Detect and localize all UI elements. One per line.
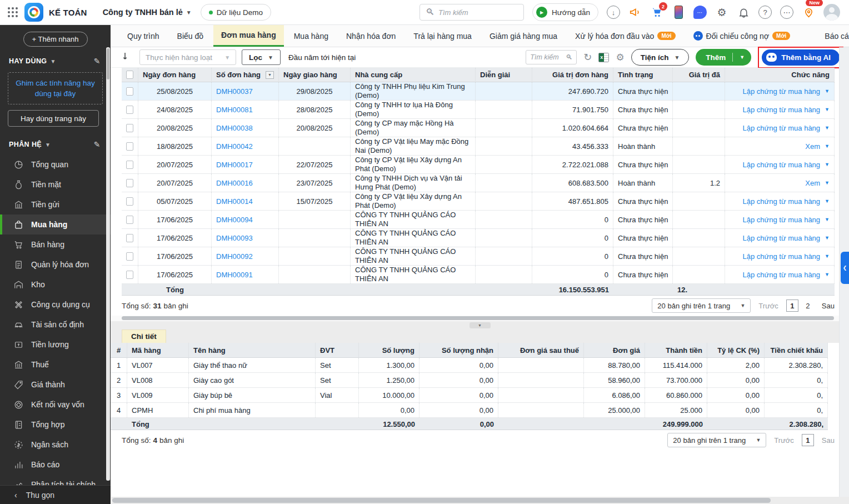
- refresh-icon[interactable]: ↻: [583, 51, 592, 63]
- bottom-horizontal-scrollbar[interactable]: [111, 497, 849, 504]
- chat-icon[interactable]: ⋯: [693, 6, 707, 19]
- column-filter-icon[interactable]: ▼: [266, 71, 274, 79]
- page-size-select[interactable]: 20 bản ghi trên 1 trang ▼: [652, 298, 751, 313]
- tab-detail[interactable]: Chi tiết: [122, 330, 166, 343]
- collapse-detail-handle[interactable]: ▼: [470, 322, 491, 328]
- order-number-link[interactable]: DMH00016: [216, 179, 253, 187]
- order-number-link[interactable]: DMH00081: [216, 106, 253, 114]
- row-checkbox[interactable]: [126, 106, 133, 114]
- company-selector[interactable]: Công ty TNHH bán lẻ ▼: [103, 8, 192, 17]
- order-number-link[interactable]: DMH00091: [216, 271, 253, 279]
- excel-export-icon[interactable]: x: [598, 53, 609, 62]
- row-checkbox[interactable]: [126, 142, 133, 151]
- avatar[interactable]: [823, 4, 840, 21]
- table-row[interactable]: 20/07/2025DMH0001623/07/2025Công ty TNHH…: [122, 174, 835, 192]
- filter-button[interactable]: Lọc ▼: [242, 49, 281, 65]
- edit-pencil-icon[interactable]: ✎: [94, 140, 101, 149]
- page-number-1[interactable]: 1: [802, 434, 814, 446]
- prev-page-button[interactable]: Trước: [758, 302, 778, 310]
- sidebar-item-tools[interactable]: Công cụ dụng cụ: [0, 295, 111, 315]
- order-number-link[interactable]: DMH00017: [216, 161, 253, 169]
- sidebar-item-price-tag[interactable]: Giá thành: [0, 375, 111, 395]
- row-action-button[interactable]: Lập chứng từ mua hàng▼: [743, 106, 830, 114]
- order-number-link[interactable]: DMH00094: [216, 216, 253, 224]
- quick-add-button[interactable]: + Thêm nhanh: [23, 32, 88, 47]
- edit-pencil-icon[interactable]: ✎: [94, 57, 101, 66]
- row-action-button[interactable]: Xem▼: [805, 142, 830, 151]
- detail-row[interactable]: 4CPMHChi phí mua hàng0,000,0025.000,0025…: [111, 403, 828, 418]
- order-number-link[interactable]: DMH00014: [216, 197, 253, 206]
- tab-đối-chiếu-công-nợ[interactable]: Đối chiếu công nợMới: [686, 25, 798, 47]
- table-row[interactable]: 17/06/2025DMH00094CÔNG TY TNHH QUẢNG CÁO…: [122, 211, 835, 229]
- mobile-app-icon[interactable]: [672, 6, 685, 19]
- row-checkbox[interactable]: [126, 161, 133, 169]
- tab-trả-lại-hàng-mua[interactable]: Trả lại hàng mua: [406, 25, 480, 47]
- sidebar-item-loan[interactable]: Kết nối vay vốn: [0, 395, 111, 415]
- select-all-checkbox[interactable]: [126, 71, 133, 79]
- tab-nhận-hóa-đơn[interactable]: Nhận hóa đơn: [338, 25, 403, 47]
- row-action-button[interactable]: Lập chứng từ mua hàng▼: [743, 216, 830, 224]
- favorites-header[interactable]: HAY DÙNG ▼ ✎: [0, 51, 111, 69]
- sidebar-item-salary[interactable]: Tiền lương: [0, 335, 111, 355]
- modules-header[interactable]: PHÂN HỆ ▼ ✎: [0, 134, 111, 152]
- global-search-input[interactable]: 🔍︎ Tìm kiếm: [419, 4, 524, 21]
- pin-hint[interactable]: Ghim các tính năng hay dùng tại đây: [8, 72, 103, 104]
- sidebar-collapse-button[interactable]: ‹ Thu gọn: [0, 485, 111, 504]
- add-by-ai-button[interactable]: Thêm bằng AI: [762, 49, 840, 66]
- tab-mua-hàng[interactable]: Mua hàng: [286, 25, 336, 47]
- demo-data-badge[interactable]: Dữ liệu Demo: [201, 4, 271, 21]
- table-row[interactable]: 17/06/2025DMH00091CÔNG TY TNHH QUẢNG CÁO…: [122, 266, 835, 284]
- tab-giảm-giá-hàng-mua[interactable]: Giảm giá hàng mua: [482, 25, 565, 47]
- row-checkbox[interactable]: [126, 124, 133, 132]
- table-search-input[interactable]: Tìm kiếm 🔍︎: [526, 50, 577, 64]
- order-number-link[interactable]: DMH00038: [216, 124, 253, 132]
- sidebar-item-shopping-cart[interactable]: Bán hàng: [0, 234, 111, 255]
- row-checkbox[interactable]: [126, 179, 133, 187]
- gear-icon[interactable]: ⚙: [715, 6, 728, 19]
- store-cart-icon[interactable]: 2: [650, 6, 663, 19]
- sidebar-item-ledger[interactable]: Tổng hợp: [0, 415, 111, 435]
- row-action-button[interactable]: Lập chứng từ mua hàng▼: [743, 197, 830, 206]
- row-action-button[interactable]: Xem▼: [805, 179, 830, 187]
- table-row[interactable]: 18/08/2025DMH00042Công ty CP Vật liệu Ma…: [122, 137, 835, 156]
- order-number-link[interactable]: DMH00092: [216, 252, 253, 261]
- more-icon[interactable]: ⋯: [780, 6, 793, 19]
- row-action-button[interactable]: Lập chứng từ mua hàng▼: [743, 234, 830, 242]
- pin-current-page-button[interactable]: Hay dùng trang này: [8, 110, 99, 127]
- table-row[interactable]: 25/08/2025DMH0003729/08/2025Công ty TNHH…: [122, 82, 835, 101]
- row-action-button[interactable]: Lập chứng từ mua hàng▼: [743, 252, 830, 261]
- page-number-2[interactable]: 2: [802, 300, 814, 312]
- sidebar-scrollbar[interactable]: [106, 47, 110, 481]
- tab-báo-cáo[interactable]: Báo cáo: [817, 25, 849, 47]
- table-row[interactable]: 24/08/2025DMH0008128/08/2025Công ty TNHH…: [122, 101, 835, 119]
- next-page-button[interactable]: Sau: [822, 302, 835, 310]
- sidebar-item-money-bag[interactable]: Tiền mặt: [0, 174, 111, 194]
- next-page-button[interactable]: Sau: [822, 436, 835, 445]
- order-number-link[interactable]: DMH00093: [216, 234, 253, 242]
- sidebar-item-budget[interactable]: Ngân sách: [0, 435, 111, 455]
- side-panel-toggle[interactable]: ❮: [841, 252, 849, 284]
- bell-icon[interactable]: [737, 6, 750, 19]
- table-row[interactable]: 17/06/2025DMH00093CÔNG TY TNHH QUẢNG CÁO…: [122, 229, 835, 247]
- tab-quy-trình[interactable]: Quy trình: [119, 25, 167, 47]
- sidebar-item-shopping-bag[interactable]: Mua hàng: [0, 214, 111, 234]
- download-icon[interactable]: ↓: [607, 6, 620, 19]
- app-launcher-icon[interactable]: [8, 7, 18, 17]
- batch-action-dropdown[interactable]: Thực hiện hàng loạt ▼: [139, 49, 236, 65]
- megaphone-icon[interactable]: [628, 6, 642, 19]
- row-checkbox[interactable]: [126, 87, 133, 96]
- help-icon[interactable]: ?: [758, 6, 772, 19]
- row-action-button[interactable]: Lập chứng từ mua hàng▼: [743, 87, 830, 96]
- sidebar-item-bar-chart[interactable]: Báo cáo: [0, 455, 111, 475]
- table-row[interactable]: 20/08/2025DMH0003820/08/2025Công ty CP m…: [122, 119, 835, 137]
- tab-xử-lý-hóa-đơn-đầu-vào[interactable]: Xử lý hóa đơn đầu vàoMới: [567, 25, 683, 47]
- row-checkbox[interactable]: [126, 197, 133, 206]
- guide-button[interactable]: ▶ Hướng dẫn: [532, 3, 598, 21]
- detail-row[interactable]: 2VL008Giày cao gótSet1.250,000,0058.960,…: [111, 373, 828, 388]
- tab-biểu-đồ[interactable]: Biểu đồ: [169, 25, 211, 47]
- utilities-button[interactable]: Tiện ích ▼: [631, 49, 690, 66]
- detail-row[interactable]: 3VL009Giày búp bêVial10.000,000,006.086,…: [111, 388, 828, 403]
- table-row[interactable]: 05/07/2025DMH0001415/07/2025Công ty CP V…: [122, 192, 835, 211]
- page-size-select[interactable]: 20 bản ghi trên 1 trang ▼: [667, 433, 766, 447]
- row-action-button[interactable]: Lập chứng từ mua hàng▼: [743, 124, 830, 132]
